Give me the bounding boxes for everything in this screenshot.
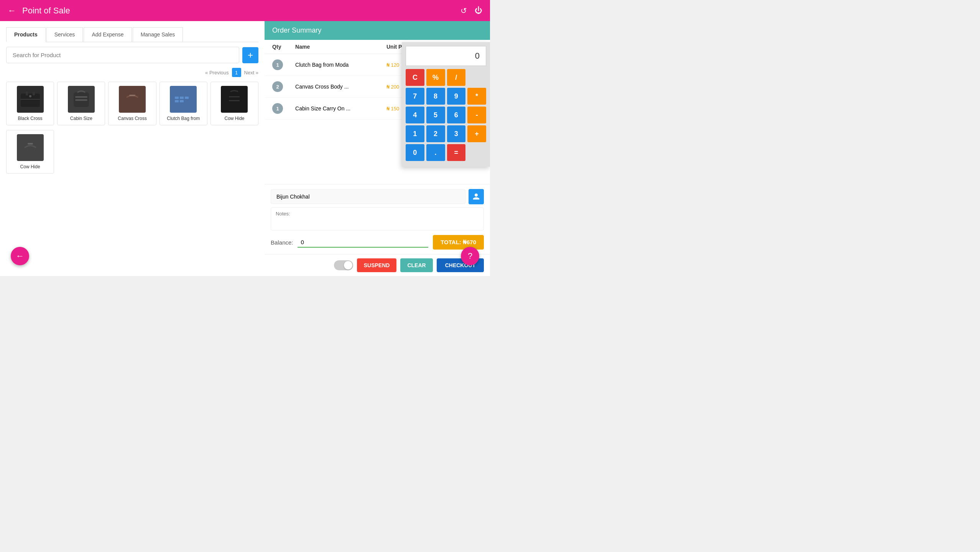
product-card-cabin-size[interactable]: Cabin Size xyxy=(57,82,105,125)
order-name-1: Clutch Bag from Moda xyxy=(295,62,386,68)
right-panel: Order Summary Qty Name Unit Price Amount… xyxy=(265,21,490,276)
topbar-left: ← Point of Sale xyxy=(8,6,70,16)
tab-add-expense[interactable]: Add Expense xyxy=(84,27,132,42)
power-icon[interactable]: ⏻ xyxy=(475,6,482,15)
toggle-switch[interactable] xyxy=(334,260,353,270)
tabs-bar: Products Services Add Expense Manage Sal… xyxy=(6,27,258,42)
order-name-2: Canvas Cross Body ... xyxy=(295,84,386,90)
svg-rect-2 xyxy=(33,92,35,95)
product-name-black-cross: Black Cross xyxy=(18,116,43,121)
left-panel: Products Services Add Expense Manage Sal… xyxy=(0,21,265,276)
calc-btn-empty2 xyxy=(467,144,486,161)
add-customer-button[interactable] xyxy=(469,189,484,204)
app-title: Point of Sale xyxy=(22,6,70,16)
calc-btn-multiply[interactable]: * xyxy=(467,88,486,105)
calc-btn-6[interactable]: 6 xyxy=(447,107,466,123)
svg-point-4 xyxy=(29,95,31,97)
calc-btn-minus[interactable]: - xyxy=(467,107,486,123)
calc-btn-empty1 xyxy=(467,69,486,86)
topbar-icons: ↺ ⏻ xyxy=(460,6,482,15)
product-image-clutch-bag xyxy=(170,86,197,113)
prev-page-button[interactable]: « Previous xyxy=(205,70,229,76)
svg-rect-16 xyxy=(227,92,241,108)
calc-btn-plus[interactable]: + xyxy=(467,125,486,142)
back-icon[interactable]: ← xyxy=(8,6,16,16)
calc-btn-4[interactable]: 4 xyxy=(406,107,424,123)
svg-rect-20 xyxy=(28,143,33,145)
svg-rect-12 xyxy=(180,97,184,99)
calc-btn-0[interactable]: 0 xyxy=(406,144,424,161)
svg-rect-6 xyxy=(75,96,87,98)
product-image-canvas-cross xyxy=(119,86,146,113)
calc-btn-2[interactable]: 2 xyxy=(426,125,445,142)
calc-btn-8[interactable]: 8 xyxy=(426,88,445,105)
svg-rect-9 xyxy=(129,95,135,96)
calc-btn-7[interactable]: 7 xyxy=(406,88,424,105)
svg-rect-14 xyxy=(175,100,179,102)
back-fab-button[interactable]: ← xyxy=(11,247,29,265)
tab-products[interactable]: Products xyxy=(6,27,46,42)
product-image-black-cross xyxy=(17,86,44,113)
clear-button[interactable]: CLEAR xyxy=(400,258,432,272)
calc-btn-dot[interactable]: . xyxy=(426,144,445,161)
svg-rect-18 xyxy=(229,100,240,101)
main-layout: Products Services Add Expense Manage Sal… xyxy=(0,21,490,276)
order-name-3: Cabin Size Carry On ... xyxy=(295,105,386,112)
svg-rect-15 xyxy=(180,100,184,102)
order-summary-header: Order Summary xyxy=(265,21,490,40)
product-image-cow-hide-1 xyxy=(221,86,248,113)
calculator-panel: 0 C % / 7 8 9 * 4 5 6 - 1 2 3 + 0 . xyxy=(402,42,490,167)
calc-btn-equals[interactable]: = xyxy=(447,144,466,161)
search-input[interactable] xyxy=(6,47,239,63)
product-card-cow-hide-1[interactable]: Cow Hide xyxy=(210,82,258,125)
order-qty-2: 2 xyxy=(272,81,283,92)
svg-rect-1 xyxy=(26,92,28,95)
calculator-grid: C % / 7 8 9 * 4 5 6 - 1 2 3 + 0 . = xyxy=(406,69,486,161)
add-product-button[interactable]: + xyxy=(242,47,258,63)
calc-btn-c[interactable]: C xyxy=(406,69,424,86)
svg-rect-13 xyxy=(185,97,189,99)
col-qty: Qty xyxy=(272,44,295,50)
product-card-clutch-bag[interactable]: Clutch Bag from xyxy=(159,82,207,125)
calc-btn-percent[interactable]: % xyxy=(426,69,445,86)
suspend-button[interactable]: SUSPEND xyxy=(357,258,397,272)
notes-textarea[interactable] xyxy=(271,207,484,230)
product-image-cow-hide-2 xyxy=(17,134,44,161)
product-card-black-cross[interactable]: Black Cross xyxy=(6,82,54,125)
order-qty-3: 1 xyxy=(272,103,283,114)
svg-rect-7 xyxy=(75,99,87,101)
calc-btn-9[interactable]: 9 xyxy=(447,88,466,105)
product-card-cow-hide-2[interactable]: Cow Hide xyxy=(6,130,54,174)
product-grid-row2: Cow Hide xyxy=(6,130,258,174)
balance-input[interactable] xyxy=(298,237,428,248)
product-image-cabin-size xyxy=(68,86,95,113)
action-row: SUSPEND CLEAR CHECKOUT xyxy=(265,254,490,276)
balance-row: Balance: TOTAL: ₦670 xyxy=(271,235,484,250)
calc-btn-3[interactable]: 3 xyxy=(447,125,466,142)
product-grid: Black Cross Cabin Size xyxy=(6,82,258,125)
help-fab-button[interactable]: ? xyxy=(461,247,479,265)
calc-btn-divide[interactable]: / xyxy=(447,69,466,86)
toggle-knob xyxy=(344,261,352,269)
product-name-cow-hide-1: Cow Hide xyxy=(224,116,244,121)
product-card-canvas-cross[interactable]: Canvas Cross xyxy=(108,82,156,125)
tab-manage-sales[interactable]: Manage Sales xyxy=(133,27,183,42)
balance-label: Balance: xyxy=(271,239,293,246)
next-page-button[interactable]: Next » xyxy=(244,70,259,76)
search-row: + xyxy=(6,47,258,63)
refresh-icon[interactable]: ↺ xyxy=(460,6,467,15)
product-name-cabin-size: Cabin Size xyxy=(70,116,92,121)
svg-rect-17 xyxy=(229,96,240,97)
customer-input[interactable] xyxy=(271,189,465,204)
topbar: ← Point of Sale ↺ ⏻ xyxy=(0,0,490,21)
col-name: Name xyxy=(295,44,386,50)
product-name-canvas-cross: Canvas Cross xyxy=(118,116,146,121)
tab-services[interactable]: Services xyxy=(46,27,83,42)
order-summary-title: Order Summary xyxy=(272,26,321,34)
calc-btn-5[interactable]: 5 xyxy=(426,107,445,123)
product-name-clutch-bag: Clutch Bag from xyxy=(167,116,200,121)
product-name-cow-hide-2: Cow Hide xyxy=(20,164,40,169)
total-button[interactable]: TOTAL: ₦670 xyxy=(433,235,484,250)
page-number[interactable]: 1 xyxy=(232,68,241,77)
calc-btn-1[interactable]: 1 xyxy=(406,125,424,142)
